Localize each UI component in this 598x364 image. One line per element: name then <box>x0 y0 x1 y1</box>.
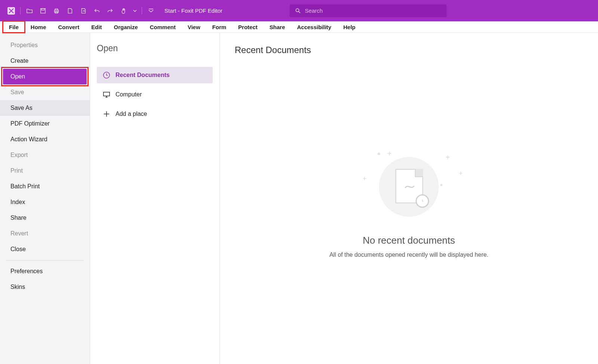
search-input[interactable] <box>305 7 441 14</box>
file-item-print[interactable]: Print <box>0 163 90 179</box>
window-title: Start - Foxit PDF Editor <box>164 7 222 14</box>
separator <box>142 7 142 15</box>
hand-tool-icon[interactable] <box>119 6 128 15</box>
tab-view[interactable]: View <box>182 21 206 33</box>
open-panel-title: Open <box>97 43 213 53</box>
dropdown-icon[interactable] <box>133 6 137 15</box>
file-item-batch-print[interactable]: Batch Print <box>0 179 90 194</box>
sparkle-icon: + <box>459 170 463 178</box>
content-title: Recent Documents <box>235 45 583 55</box>
dot-icon <box>440 184 443 186</box>
svg-rect-2 <box>41 8 44 10</box>
tab-edit[interactable]: Edit <box>85 21 108 33</box>
file-item-skins[interactable]: Skins <box>0 279 90 295</box>
svg-rect-1 <box>41 8 46 13</box>
file-item-revert[interactable]: Revert <box>0 226 90 241</box>
file-item-save-as[interactable]: Save As <box>0 100 90 116</box>
open-item-label: Computer <box>115 91 142 98</box>
open-panel: Open Recent Documents Computer Add a pla… <box>90 33 220 364</box>
file-item-pdf-optimizer[interactable]: PDF Optimizer <box>0 116 90 132</box>
open-folder-icon[interactable] <box>25 6 34 15</box>
title-bar: Start - Foxit PDF Editor <box>0 0 598 21</box>
tab-form[interactable]: Form <box>206 21 232 33</box>
ribbon-tabs: File Home Convert Edit Organize Comment … <box>0 21 598 33</box>
collapse-ribbon-icon[interactable] <box>147 6 155 15</box>
file-menu-panel: Properties Create Open Save Save As PDF … <box>0 33 90 364</box>
separator <box>20 7 21 15</box>
divider <box>6 260 84 260</box>
open-item-add-place[interactable]: Add a place <box>97 106 213 122</box>
tab-organize[interactable]: Organize <box>108 21 144 33</box>
empty-state: + + + + No recent documents All of the d… <box>235 55 583 352</box>
dot-icon <box>377 152 380 155</box>
tab-file[interactable]: File <box>3 21 25 33</box>
sparkle-icon: + <box>446 153 450 162</box>
open-item-label: Add a place <box>115 111 147 117</box>
file-item-save[interactable]: Save <box>0 84 90 100</box>
empty-subtitle: All of the documents opened recently wil… <box>329 252 488 258</box>
file-item-export[interactable]: Export <box>0 147 90 163</box>
open-item-computer[interactable]: Computer <box>97 86 213 103</box>
computer-icon <box>102 90 111 99</box>
undo-icon[interactable] <box>92 6 101 15</box>
sparkle-icon: + <box>363 175 367 183</box>
file-item-preferences[interactable]: Preferences <box>0 263 90 279</box>
open-item-label: Recent Documents <box>115 72 170 78</box>
sparkle-icon: + <box>387 149 392 158</box>
clock-badge-icon <box>416 194 429 208</box>
save-icon[interactable] <box>38 6 47 15</box>
file-item-close[interactable]: Close <box>0 241 90 257</box>
empty-illustration: + + + + <box>353 149 465 224</box>
redo-icon[interactable] <box>106 6 115 15</box>
plus-icon <box>102 109 111 118</box>
main-area: Properties Create Open Save Save As PDF … <box>0 33 598 364</box>
content-area: Recent Documents + + + + No recent docum… <box>220 33 598 364</box>
file-item-open[interactable]: Open <box>3 69 87 84</box>
document-fold <box>415 169 423 177</box>
print-icon[interactable] <box>52 6 61 15</box>
from-file-icon[interactable] <box>79 6 88 15</box>
tab-accessibility[interactable]: Accessibility <box>291 21 337 33</box>
tab-home[interactable]: Home <box>25 21 52 33</box>
tab-convert[interactable]: Convert <box>52 21 86 33</box>
file-item-properties[interactable]: Properties <box>0 37 90 53</box>
svg-rect-4 <box>55 9 58 10</box>
svg-rect-8 <box>104 92 110 96</box>
file-item-create[interactable]: Create <box>0 53 90 69</box>
open-item-recent[interactable]: Recent Documents <box>97 67 213 83</box>
file-item-action-wizard[interactable]: Action Wizard <box>0 132 90 147</box>
blank-page-icon[interactable] <box>65 6 74 15</box>
search-box[interactable] <box>290 4 447 17</box>
tab-comment[interactable]: Comment <box>144 21 182 33</box>
file-item-index[interactable]: Index <box>0 194 90 210</box>
app-logo-icon <box>7 6 16 15</box>
svg-point-6 <box>296 9 299 12</box>
tab-help[interactable]: Help <box>337 21 361 33</box>
tab-share[interactable]: Share <box>263 21 291 33</box>
file-item-share[interactable]: Share <box>0 210 90 226</box>
tab-protect[interactable]: Protect <box>232 21 263 33</box>
clock-icon <box>102 71 111 80</box>
search-icon <box>295 7 301 14</box>
empty-title: No recent documents <box>363 235 455 246</box>
